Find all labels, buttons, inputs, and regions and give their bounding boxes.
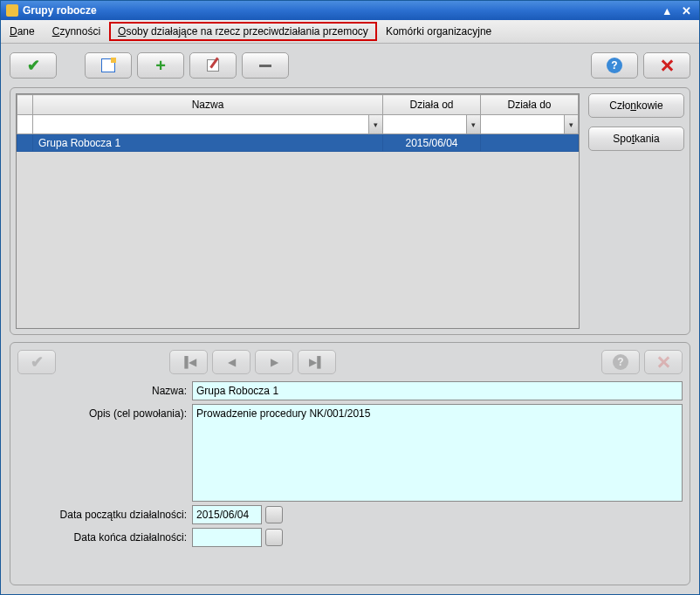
- document-icon: [101, 58, 115, 72]
- menu-dane[interactable]: Dane: [1, 22, 44, 41]
- cell-name: Grupa Robocza 1: [33, 134, 383, 152]
- col-name-header[interactable]: Nazwa: [33, 95, 383, 115]
- cell-to: [481, 134, 579, 152]
- new-button[interactable]: [85, 52, 132, 79]
- col-from-header[interactable]: Działa od: [383, 95, 481, 115]
- nav-next-button[interactable]: ▶: [255, 350, 293, 374]
- first-icon: ▐◀: [181, 356, 196, 368]
- detail-panel: ✔ ▐◀ ◀ ▶ ▶▌ ? Nazwa: Opis (cel powołania…: [10, 342, 690, 585]
- table-panel: Nazwa Działa od Działa do Grupa Roboc: [10, 87, 690, 335]
- groups-table: Nazwa Działa od Działa do Grupa Roboc: [17, 94, 579, 152]
- remove-button[interactable]: [242, 52, 289, 79]
- col-to-header[interactable]: Działa do: [481, 95, 579, 115]
- menu-osoby[interactable]: Osoby działające na rzecz przeciwdziałan…: [109, 22, 377, 41]
- start-date-picker-button[interactable]: [265, 506, 283, 523]
- titlebar: Grupy robocze ▴ ✕: [1, 1, 699, 20]
- opis-label: Opis (cel powołania):: [17, 404, 192, 420]
- pencil-icon: [207, 59, 219, 72]
- close-window-button[interactable]: ✕: [676, 3, 696, 18]
- toolbar-top: ✔ + ?: [1, 44, 699, 87]
- nav-prev-button[interactable]: ◀: [212, 350, 250, 374]
- table-container: Nazwa Działa od Działa do Grupa Roboc: [16, 93, 580, 329]
- window-title: Grupy robocze: [23, 4, 657, 17]
- app-icon: [6, 4, 18, 17]
- menu-komorki[interactable]: Komórki organizacyjne: [377, 22, 500, 41]
- check-icon: ✔: [27, 56, 40, 75]
- dropdown-icon[interactable]: [368, 115, 382, 133]
- filter-from[interactable]: [383, 115, 481, 134]
- opis-textarea[interactable]: [192, 404, 683, 502]
- nav-last-button[interactable]: ▶▌: [298, 350, 336, 374]
- next-icon: ▶: [271, 356, 278, 368]
- close-icon: [656, 355, 670, 369]
- side-column: Członkowie Spotkania: [588, 93, 684, 329]
- detail-nav: ✔ ▐◀ ◀ ▶ ▶▌ ?: [17, 350, 683, 374]
- filter-to[interactable]: [481, 115, 579, 134]
- dropdown-icon[interactable]: [564, 115, 578, 133]
- end-date-input[interactable]: [192, 528, 262, 547]
- window: Grupy robocze ▴ ✕ Dane Czynności Osoby d…: [0, 0, 700, 595]
- meetings-button[interactable]: Spotkania: [588, 127, 684, 151]
- filter-name[interactable]: [33, 115, 383, 134]
- cell-from: 2015/06/04: [383, 134, 481, 152]
- help-button[interactable]: ?: [591, 52, 638, 79]
- minus-icon: [259, 65, 271, 67]
- start-date-label: Data początku działalności:: [17, 505, 192, 521]
- name-label: Nazwa:: [17, 381, 192, 397]
- nav-first-button[interactable]: ▐◀: [169, 350, 208, 374]
- maximize-button[interactable]: ▴: [657, 3, 676, 18]
- help-icon: ?: [607, 58, 622, 73]
- check-icon: ✔: [31, 352, 44, 372]
- end-date-label: Data końca działalności:: [17, 528, 192, 544]
- edit-button[interactable]: [189, 52, 237, 79]
- help-icon: ?: [613, 354, 628, 370]
- name-input[interactable]: [192, 381, 683, 400]
- last-icon: ▶▌: [309, 356, 325, 368]
- prev-icon: ◀: [228, 356, 236, 368]
- close-button[interactable]: [643, 52, 690, 79]
- plus-icon: +: [155, 57, 166, 74]
- dropdown-icon[interactable]: [466, 115, 480, 133]
- end-date-picker-button[interactable]: [265, 529, 283, 546]
- confirm-button[interactable]: ✔: [10, 52, 57, 79]
- menu-czynnosci[interactable]: Czynności: [44, 22, 109, 41]
- table-row[interactable]: Grupa Robocza 1 2015/06/04: [17, 134, 579, 152]
- close-icon: [660, 58, 674, 72]
- start-date-input[interactable]: [192, 505, 262, 524]
- detail-help-button[interactable]: ?: [601, 350, 640, 374]
- members-button[interactable]: Członkowie: [588, 93, 684, 118]
- add-button[interactable]: +: [137, 52, 184, 79]
- menubar: Dane Czynności Osoby działające na rzecz…: [1, 20, 699, 44]
- detail-close-button[interactable]: [644, 350, 683, 374]
- detail-confirm-button[interactable]: ✔: [17, 350, 56, 374]
